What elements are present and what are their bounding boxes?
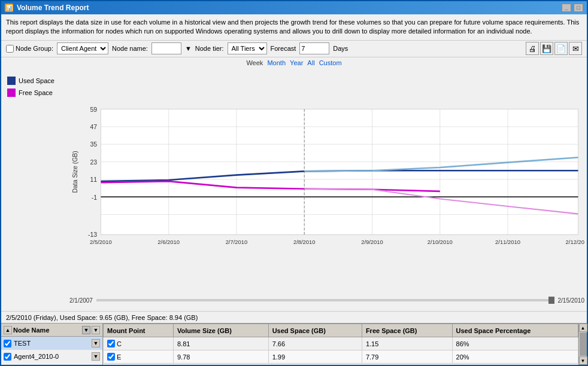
svg-text:2/10/2010: 2/10/2010 <box>428 239 453 245</box>
dropdown-arrow-icon: ▼ <box>185 45 192 52</box>
node-scroll-down[interactable]: ▼ <box>92 326 100 334</box>
cell-volume-size-0: 8.81 <box>173 337 268 350</box>
node-row-agent4[interactable]: Agent4_2010-0 ▼ <box>1 350 102 363</box>
window-title: Volume Trend Report <box>17 4 89 12</box>
scrollbar-thumb[interactable] <box>580 333 587 356</box>
svg-text:2/9/2010: 2/9/2010 <box>361 239 383 245</box>
mount-point-0: C <box>117 340 122 347</box>
toolbar-icons: 🖨 💾 📄 ✉ <box>526 42 582 55</box>
status-text: 2/5/2010 (Friday), Used Space: 9.65 (GB)… <box>6 314 198 321</box>
chart-container: 59 47 35 23 11 -1 -13 Data Size (GB) 2/5… <box>69 71 584 309</box>
cell-mount-0: C <box>104 337 174 350</box>
node-name-input[interactable] <box>151 42 181 54</box>
cell-mount-1: E <box>104 350 174 364</box>
minimize-button[interactable]: _ <box>562 4 571 12</box>
time-navigation: Week Month Year All Custom <box>1 57 587 68</box>
col-used-pct: Used Space Percentage <box>452 324 578 337</box>
data-table-area: ▲ Node Name ▼ ▼ TEST ▼ Agent4_2010-0 ▼ <box>1 323 587 365</box>
free-space-label: Free Space <box>19 89 53 96</box>
volume-table: Mount Point Volume Size (GB) Used Space … <box>103 324 578 364</box>
node-name-agent4: Agent4_2010-0 <box>14 353 59 360</box>
cell-volume-size-1: 9.78 <box>173 350 268 364</box>
col-used-space: Used Space (GB) <box>268 324 362 337</box>
table-row: E 9.78 1.99 7.79 20% <box>104 350 578 364</box>
node-checkbox-agent4[interactable] <box>4 353 11 361</box>
forecast-input[interactable] <box>299 42 329 54</box>
col-mount-point: Mount Point <box>104 324 174 337</box>
svg-text:59: 59 <box>90 106 97 112</box>
title-bar-left: 📊 Volume Trend Report <box>5 4 89 12</box>
cell-used-pct-1: 20% <box>452 350 578 364</box>
time-range-start: 2/1/2007 <box>69 297 93 304</box>
svg-text:2/8/2010: 2/8/2010 <box>293 239 316 245</box>
status-bar: 2/5/2010 (Friday), Used Space: 9.65 (GB)… <box>1 311 587 323</box>
node-list: TEST ▼ Agent4_2010-0 ▼ <box>1 337 102 363</box>
used-space-label: Used Space <box>19 77 54 84</box>
month-link[interactable]: Month <box>267 59 286 66</box>
chart-area: Used Space Free Space <box>1 68 587 311</box>
node-panel-header: ▲ Node Name ▼ ▼ <box>1 324 102 337</box>
svg-rect-0 <box>101 109 578 234</box>
row-checkbox-1[interactable] <box>107 353 115 361</box>
all-link[interactable]: All <box>307 59 314 66</box>
svg-text:Data Size (GB): Data Size (GB) <box>72 151 78 193</box>
node-checkbox-test[interactable] <box>4 340 11 347</box>
scrollbar-down[interactable]: ▼ <box>579 356 587 365</box>
cell-free-space-0: 1.15 <box>362 337 452 350</box>
node-group-checkbox[interactable] <box>6 45 14 53</box>
cell-used-pct-0: 86% <box>452 337 578 350</box>
svg-text:23: 23 <box>90 159 97 166</box>
node-panel: ▲ Node Name ▼ ▼ TEST ▼ Agent4_2010-0 ▼ <box>1 324 103 365</box>
time-range-slider: 2/1/2007 2/15/2010 <box>69 292 584 309</box>
legend-free-space: Free Space <box>7 89 66 97</box>
node-name-test: TEST <box>14 340 31 347</box>
forecast-label: Forecast <box>271 45 296 52</box>
data-panel: Mount Point Volume Size (GB) Used Space … <box>103 324 578 365</box>
email-icon[interactable]: ✉ <box>569 42 582 55</box>
svg-text:47: 47 <box>90 124 97 130</box>
maximize-button[interactable]: □ <box>574 4 583 12</box>
svg-text:-13: -13 <box>88 231 97 238</box>
time-range-end: 2/15/2010 <box>558 297 585 304</box>
node-expand-test[interactable]: ▼ <box>92 339 100 347</box>
node-group-select[interactable]: Client Agent <box>57 42 108 54</box>
node-scroll-up[interactable]: ▲ <box>4 326 12 334</box>
year-link[interactable]: Year <box>290 59 303 66</box>
cell-free-space-1: 7.79 <box>362 350 452 364</box>
time-range-bar[interactable] <box>96 299 554 301</box>
legend-used-space: Used Space <box>7 77 66 85</box>
table-scrollbar: ▲ ▼ <box>578 324 587 365</box>
chart-svg: 59 47 35 23 11 -1 -13 Data Size (GB) 2/5… <box>69 71 584 292</box>
scrollbar-up[interactable]: ▲ <box>579 324 587 332</box>
node-row-test[interactable]: TEST ▼ <box>1 337 102 350</box>
svg-text:2/12/2010: 2/12/2010 <box>566 239 584 245</box>
col-volume-size: Volume Size (GB) <box>173 324 268 337</box>
days-label: Days <box>333 45 348 52</box>
svg-text:2/6/2010: 2/6/2010 <box>157 239 180 245</box>
cell-used-space-1: 1.99 <box>268 350 362 364</box>
node-tier-label: Node tier: <box>195 45 224 52</box>
toolbar: Node Group: Client Agent Node name: ▼ No… <box>1 41 587 57</box>
node-name-label: Node name: <box>112 45 148 52</box>
time-range-handle[interactable] <box>548 297 554 304</box>
node-expand-agent4[interactable]: ▼ <box>92 352 100 361</box>
app-icon: 📊 <box>5 4 13 12</box>
svg-text:2/11/2010: 2/11/2010 <box>495 239 520 245</box>
title-bar-controls: _ □ <box>562 4 583 12</box>
svg-text:-1: -1 <box>92 194 97 200</box>
node-sort-button[interactable]: ▼ <box>82 326 90 334</box>
export-icon[interactable]: 📄 <box>554 42 568 55</box>
chart-svg-wrapper: 59 47 35 23 11 -1 -13 Data Size (GB) 2/5… <box>69 71 584 292</box>
custom-link[interactable]: Custom <box>319 59 342 66</box>
node-tier-select[interactable]: All Tiers Tier 1 Tier 2 <box>228 42 267 54</box>
svg-text:2/7/2010: 2/7/2010 <box>226 239 248 245</box>
print-icon[interactable]: 🖨 <box>526 42 539 55</box>
description-text: This report displays the data size in us… <box>1 14 587 41</box>
used-space-color <box>7 77 16 85</box>
main-window: 📊 Volume Trend Report _ □ This report di… <box>0 0 588 366</box>
save-icon[interactable]: 💾 <box>540 42 553 55</box>
week-label: Week <box>246 59 263 66</box>
free-space-color <box>7 89 16 97</box>
cell-used-space-0: 7.66 <box>268 337 362 350</box>
row-checkbox-0[interactable] <box>107 340 115 347</box>
